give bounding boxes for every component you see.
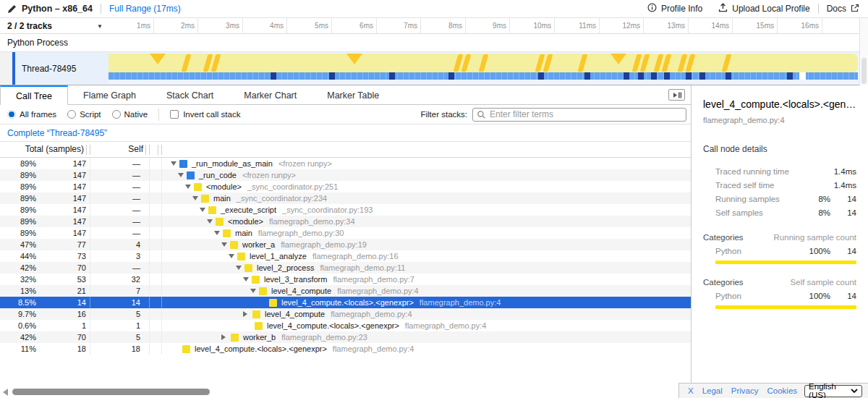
footer-link-privacy[interactable]: Privacy [731, 386, 759, 395]
total-samples: 77 [36, 240, 90, 249]
table-row[interactable]: 9.7%165level_4_computeflamegraph_demo.py… [0, 308, 691, 320]
sample-block [638, 72, 644, 80]
file-location: flamegraph_demo.py:11 [320, 263, 406, 272]
collapse-icon[interactable] [171, 161, 176, 166]
horizontal-scrollbar-thumb[interactable] [12, 389, 210, 395]
invert-call-stack-checkbox[interactable]: Invert call stack [170, 110, 240, 119]
table-row[interactable]: 89%147—main_sync_coordinator.py:234 [0, 192, 691, 204]
track-python-process[interactable]: Python Process [0, 34, 859, 52]
filter-stacks-label: Filter stacks: [420, 110, 467, 119]
footer-link-cookies[interactable]: Cookies [767, 386, 798, 395]
category-box-icon [237, 253, 245, 261]
sidebar-toggle-button[interactable] [668, 89, 685, 101]
function-name: level_4_compute.<locals>.<genexpr> [281, 298, 414, 307]
samples-strip[interactable] [109, 72, 858, 80]
ruler-tick-label: 7ms [381, 18, 417, 34]
track-thread[interactable]: Thread-78495 [0, 52, 859, 85]
radio-icon [7, 110, 16, 119]
vertical-scrollbar[interactable] [859, 18, 868, 85]
function-name: worker_a [242, 240, 275, 249]
total-samples: 147 [36, 194, 90, 203]
footer-link-legal[interactable]: Legal [702, 386, 723, 395]
collapse-icon[interactable] [243, 277, 249, 281]
table-row[interactable]: 89%147—mainflamegraph_demo.py:30 [0, 227, 691, 239]
ruler-tick [599, 18, 600, 34]
full-range-link[interactable]: Full Range (17ms) [109, 4, 181, 14]
scroll-left-arrow[interactable] [3, 389, 8, 396]
ruler-tick [420, 18, 421, 34]
table-row[interactable]: 32%5332level_3_transformflamegraph_demo.… [0, 274, 691, 285]
collapse-icon[interactable] [200, 208, 205, 212]
sample-block [624, 72, 629, 80]
self-samples: — [90, 181, 150, 192]
ruler-tick-label: 11ms [560, 18, 596, 34]
footer-link-x[interactable]: X [688, 386, 694, 395]
tracks-dropdown[interactable]: 2 / 2 tracks ▼ [0, 18, 109, 34]
activity-graph[interactable] [109, 54, 858, 72]
function-name: level_4_compute [265, 310, 325, 318]
self-samples: — [90, 192, 150, 204]
collapse-icon[interactable] [214, 231, 220, 235]
expand-icon[interactable] [221, 334, 226, 340]
table-row[interactable]: 89%147—_execute_script_sync_coordinator.… [0, 204, 691, 216]
file-location: flamegraph_demo.py:4 [337, 287, 419, 295]
sidebar: level_4_compute.<locals>.<genexpr> flame… [691, 85, 868, 398]
expand-icon[interactable] [243, 311, 247, 317]
radio-all-frames[interactable]: All frames [7, 110, 56, 119]
ruler-tick [509, 18, 510, 34]
collapse-icon[interactable] [250, 289, 256, 293]
function-name: level_4_compute.<locals>.<genexpr> [267, 321, 399, 330]
breadcrumb-root-link[interactable]: Complete “Thread-78495” [7, 128, 107, 138]
total-percent: 42% [0, 333, 36, 342]
tab-marker-table[interactable]: Marker Table [312, 85, 394, 105]
filter-input[interactable] [472, 108, 686, 122]
table-row[interactable]: 89%147—<module>_sync_coordinator.py:251 [0, 181, 691, 192]
checkbox-icon [170, 110, 179, 119]
table-row[interactable]: 13%217level_4_computeflamegraph_demo.py:… [0, 285, 691, 297]
self-samples: 5 [90, 331, 150, 343]
table-row[interactable]: 11%1818level_4_compute.<locals>.<genexpr… [0, 343, 691, 355]
radio-native[interactable]: Native [112, 110, 148, 119]
ruler-tick-label: 10ms [515, 18, 551, 34]
collapse-icon[interactable] [221, 242, 227, 247]
collapse-icon[interactable] [192, 196, 198, 200]
upload-profile-button[interactable]: Upload Local Profile [718, 3, 809, 14]
table-row[interactable]: 42%705worker_bflamegraph_demo.py:23 [0, 331, 691, 343]
collapse-icon[interactable] [229, 254, 234, 258]
collapse-icon[interactable] [178, 173, 184, 177]
thread-activity-track[interactable] [109, 52, 859, 85]
docs-link[interactable]: Docs [827, 4, 859, 14]
table-row[interactable]: 0.6%11level_4_compute.<locals>.<genexpr>… [0, 320, 691, 331]
thread-label[interactable]: Thread-78495 [15, 52, 109, 85]
radio-script[interactable]: Script [67, 110, 101, 119]
table-row[interactable]: 89%147—_run_module_as_main<frozen runpy> [0, 158, 691, 169]
breadcrumb: Complete “Thread-78495” [0, 124, 691, 142]
tab-stack-chart[interactable]: Stack Chart [151, 85, 229, 105]
language-select[interactable]: English (US) [804, 385, 862, 397]
category-box-icon [194, 183, 202, 191]
column-header-total[interactable]: Total (samples) [0, 142, 90, 158]
tab-call-tree[interactable]: Call Tree [0, 85, 68, 106]
profile-info-button[interactable]: Profile Info [647, 3, 702, 14]
collapse-icon[interactable] [185, 185, 191, 189]
vertical-scrollbar-thumb[interactable] [861, 58, 867, 84]
column-header-self[interactable]: Self [90, 142, 150, 158]
total-samples: 18 [36, 344, 90, 353]
self-samples: — [90, 158, 150, 169]
table-row[interactable]: 42%70—level_2_processflamegraph_demo.py:… [0, 262, 691, 274]
collapse-icon[interactable] [207, 219, 213, 224]
sample-block [664, 72, 670, 80]
collapse-icon[interactable] [236, 266, 242, 270]
table-row[interactable]: 47%774worker_aflamegraph_demo.py:19 [0, 239, 691, 250]
table-row[interactable]: 44%733level_1_analyzeflamegraph_demo.py:… [0, 250, 691, 262]
sample-block [389, 72, 395, 80]
table-row[interactable]: 89%147—<module>flamegraph_demo.py:34 [0, 216, 691, 227]
self-samples: — [90, 169, 150, 181]
tab-flame-graph[interactable]: Flame Graph [68, 85, 151, 105]
table-row[interactable]: 89%147—_run_code<frozen runpy> [0, 169, 691, 181]
tab-marker-chart[interactable]: Marker Chart [229, 85, 312, 105]
table-row[interactable]: 8.5%1414level_4_compute.<locals>.<genexp… [0, 297, 691, 308]
edit-pencil-icon[interactable] [7, 4, 17, 14]
ruler-tick-label: 8ms [426, 18, 462, 34]
category-box-icon [179, 160, 187, 168]
